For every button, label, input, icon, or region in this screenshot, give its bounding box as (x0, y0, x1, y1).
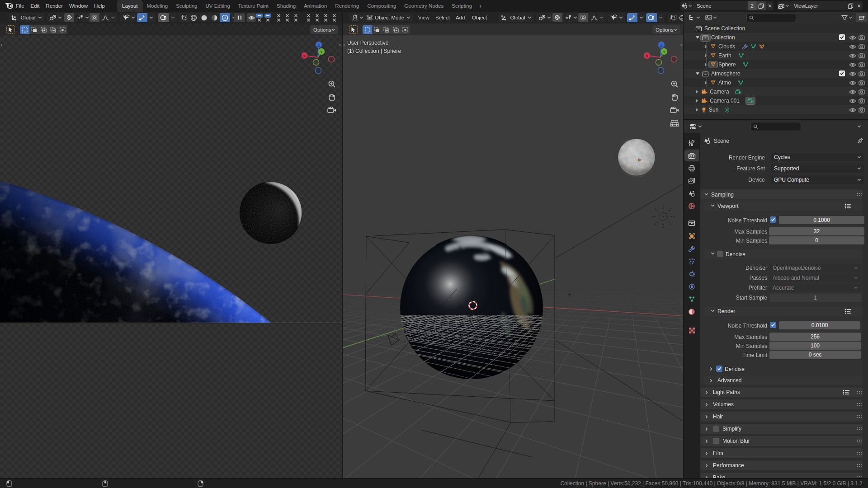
svg-text:Z: Z (317, 43, 320, 47)
svg-text:Y: Y (320, 50, 323, 54)
svg-text:X: X (646, 54, 648, 58)
svg-text:Y: Y (663, 50, 665, 54)
svg-text:Z: Z (660, 43, 663, 47)
svg-text:X: X (303, 54, 306, 58)
